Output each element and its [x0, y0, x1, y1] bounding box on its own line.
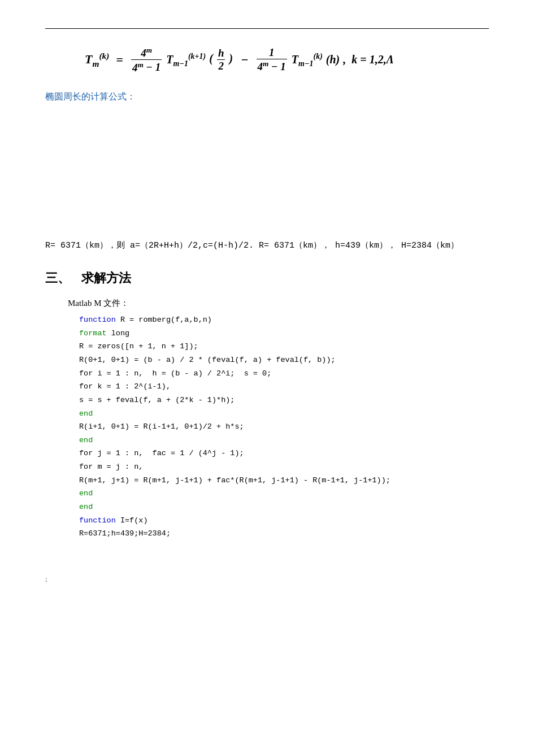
- formula-t2: Tm−1(k): [292, 52, 323, 68]
- formula-frac1: 4m 4m − 1: [131, 46, 162, 74]
- code-line-9: R(i+1, 0+1) = R(i-1+1, 0+1)/2 + h*s;: [79, 420, 489, 434]
- code-line-13: R(m+1, j+1) = R(m+1, j-1+1) + fac*(R(m+1…: [79, 474, 489, 487]
- matlab-label: Matlab M 文件：: [68, 298, 489, 309]
- formula-t1: Tm−1(k+1): [166, 52, 206, 68]
- matlab-label-text: Matlab M 文件：: [68, 299, 129, 308]
- code-block: function R = romberg(f,a,b,n) format lon…: [79, 313, 489, 541]
- formula-block: Tm(k) = 4m 4m − 1 Tm−1(k+1) ( h 2 ) − 1 …: [85, 46, 489, 74]
- code-line-3: R = zeros([n + 1, n + 1]);: [79, 340, 489, 353]
- code-line-12: for m = j : n,: [79, 460, 489, 474]
- section-header: 三、 求解方法: [45, 270, 489, 287]
- top-line: [45, 28, 489, 29]
- code-line-10: end: [79, 434, 489, 447]
- code-line-5: for i = 1 : n, h = (b - a) / 2^i; s = 0;: [79, 367, 489, 381]
- formula-equals: =: [116, 53, 123, 67]
- section-subtitle: 求解方法: [81, 270, 131, 287]
- code-line-16: function I=f(x): [79, 514, 489, 528]
- code-line-2: format long: [79, 327, 489, 340]
- formula-k: k = 1,2,Λ: [351, 53, 394, 66]
- ellipse-label: 椭圆周长的计算公式：: [45, 91, 489, 103]
- bottom-note: ;: [45, 574, 489, 584]
- code-line-14: end: [79, 487, 489, 500]
- formula-arg2: (h): [326, 53, 340, 66]
- formula-arg1: ( h 2 ): [209, 47, 233, 72]
- param-text: R= 6371（km），则 a=（2R+H+h）/2,c=(H-h)/2. R=…: [45, 239, 489, 253]
- code-line-15: end: [79, 500, 489, 514]
- code-line-8: end: [79, 407, 489, 421]
- code-line-6: for k = 1 : 2^(i-1),: [79, 380, 489, 394]
- param-line1: R= 6371（km），则 a=（2R+H+h）/2,c=(H-h)/2. R=…: [45, 241, 459, 250]
- formula-minus: −: [241, 53, 248, 67]
- formula-frac2: 1 4m − 1: [257, 46, 287, 73]
- code-line-7: s = s + feval(f, a + (2*k - 1)*h);: [79, 394, 489, 407]
- code-line-1: function R = romberg(f,a,b,n): [79, 313, 489, 327]
- code-line-4: R(0+1, 0+1) = (b - a) / 2 * (feval(f, a)…: [79, 353, 489, 367]
- section-number: 三、: [45, 270, 70, 287]
- formula-suffix: ,: [343, 53, 346, 66]
- code-line-11: for j = 1 : n, fac = 1 / (4^j - 1);: [79, 447, 489, 460]
- formula-lhs: Tm(k): [85, 51, 109, 69]
- code-line-17: R=6371;h=439;H=2384;: [79, 527, 489, 541]
